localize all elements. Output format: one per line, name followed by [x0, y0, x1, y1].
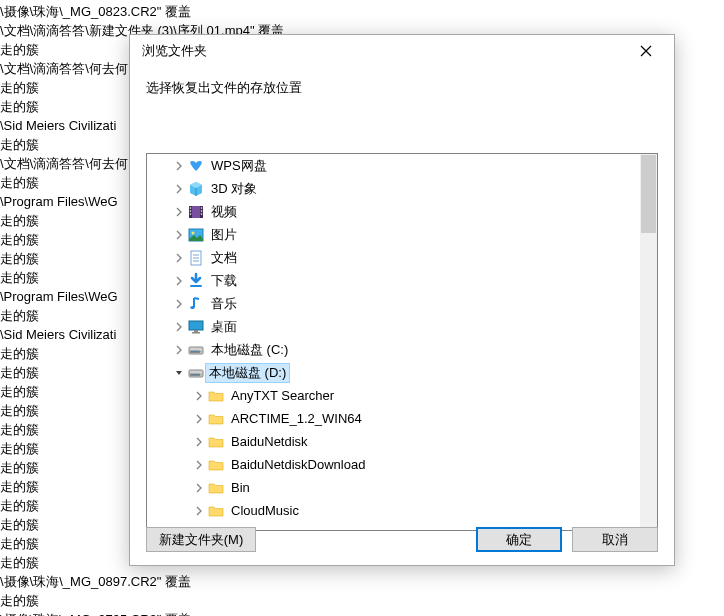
folder-icon — [207, 387, 225, 405]
cancel-button[interactable]: 取消 — [572, 527, 658, 552]
svg-point-4 — [190, 210, 192, 212]
svg-rect-16 — [189, 321, 203, 330]
wps-icon — [187, 157, 205, 175]
browse-folder-dialog: 浏览文件夹 选择恢复出文件的存放位置 WPS网盘3D 对象视频图片文档下载音乐桌… — [129, 34, 675, 566]
tree-item-wps-[interactable]: WPS网盘 — [147, 154, 642, 177]
tree-item-label: 文档 — [209, 248, 239, 268]
close-icon — [640, 45, 652, 57]
svg-rect-20 — [191, 351, 200, 353]
folder-icon — [207, 502, 225, 520]
tree-item-label: 视频 — [209, 202, 239, 222]
tree-scrollbar[interactable] — [640, 154, 657, 530]
dialog-instruction: 选择恢复出文件的存放位置 — [130, 67, 674, 105]
chevron-right-icon[interactable] — [171, 296, 187, 312]
tree-item-label: BaiduNetdiskDownload — [229, 456, 367, 473]
chevron-right-icon[interactable] — [171, 273, 187, 289]
disk-icon — [187, 341, 205, 359]
down-icon — [187, 272, 205, 290]
chevron-down-icon[interactable] — [171, 365, 187, 381]
svg-point-7 — [201, 210, 203, 212]
desk-icon — [187, 318, 205, 336]
tree-item-anytxt-searcher[interactable]: AnyTXT Searcher — [147, 384, 642, 407]
pic-icon — [187, 226, 205, 244]
chevron-right-icon[interactable] — [191, 411, 207, 427]
video-icon — [187, 203, 205, 221]
dialog-button-row: 新建文件夹(M) 确定 取消 — [146, 527, 658, 553]
tree-item-label: 下载 — [209, 271, 239, 291]
tree-item--[interactable]: 音乐 — [147, 292, 642, 315]
log-line: \摄像\珠海\_MG_0823.CR2" 覆盖 — [0, 2, 724, 21]
scrollbar-thumb[interactable] — [641, 155, 656, 233]
log-line: \摄像\珠海\_MG_0897.CR2" 覆盖 — [0, 572, 724, 591]
tree-item-label: BaiduNetdisk — [229, 433, 310, 450]
folder-icon — [207, 456, 225, 474]
svg-point-24 — [200, 374, 201, 375]
dialog-titlebar: 浏览文件夹 — [130, 35, 674, 67]
ok-button[interactable]: 确定 — [476, 527, 562, 552]
disk-icon — [187, 364, 205, 382]
tree-item-label: CloudMusic — [229, 502, 301, 519]
svg-point-15 — [190, 305, 194, 308]
chevron-right-icon[interactable] — [171, 250, 187, 266]
folder-icon — [207, 410, 225, 428]
tree-item--[interactable]: 图片 — [147, 223, 642, 246]
folder-icon — [207, 433, 225, 451]
tree-item-label: 本地磁盘 (D:) — [205, 363, 290, 383]
svg-point-10 — [192, 231, 195, 234]
chevron-right-icon[interactable] — [191, 388, 207, 404]
tree-item--[interactable]: 桌面 — [147, 315, 642, 338]
tree-item-baidunetdisk[interactable]: BaiduNetdisk — [147, 430, 642, 453]
chevron-right-icon[interactable] — [171, 342, 187, 358]
tree-item-label: ARCTIME_1.2_WIN64 — [229, 410, 364, 427]
tree-item--[interactable]: 下载 — [147, 269, 642, 292]
chevron-right-icon[interactable] — [171, 319, 187, 335]
svg-point-8 — [201, 213, 203, 215]
tree-item--d-[interactable]: 本地磁盘 (D:) — [147, 361, 642, 384]
tree-item-baidunetdiskdownload[interactable]: BaiduNetdiskDownload — [147, 453, 642, 476]
tree-item-bin[interactable]: Bin — [147, 476, 642, 499]
tree-item-label: WPS网盘 — [209, 156, 269, 176]
tree-item-label: 桌面 — [209, 317, 239, 337]
tree-item-label: 3D 对象 — [209, 179, 259, 199]
chevron-right-icon[interactable] — [191, 457, 207, 473]
svg-rect-17 — [194, 330, 198, 332]
tree-item--[interactable]: 文档 — [147, 246, 642, 269]
chevron-right-icon[interactable] — [171, 158, 187, 174]
chevron-right-icon[interactable] — [191, 480, 207, 496]
tree-item-label: AnyTXT Searcher — [229, 387, 336, 404]
tree-item-label: 音乐 — [209, 294, 239, 314]
new-folder-button[interactable]: 新建文件夹(M) — [146, 527, 256, 552]
chevron-right-icon[interactable] — [171, 204, 187, 220]
tree-item-cloudmusic[interactable]: CloudMusic — [147, 499, 642, 522]
svg-point-5 — [190, 213, 192, 215]
tree-item-label: 图片 — [209, 225, 239, 245]
cube-icon — [187, 180, 205, 198]
doc-icon — [187, 249, 205, 267]
music-icon — [187, 295, 205, 313]
svg-point-3 — [190, 207, 192, 209]
svg-point-21 — [200, 351, 201, 352]
folder-icon — [207, 479, 225, 497]
svg-point-6 — [201, 207, 203, 209]
tree-item-arctime-1-2-win64[interactable]: ARCTIME_1.2_WIN64 — [147, 407, 642, 430]
chevron-right-icon[interactable] — [171, 181, 187, 197]
log-line: 走的簇 — [0, 591, 724, 610]
tree-item--[interactable]: 视频 — [147, 200, 642, 223]
log-line: \摄像\珠海\_MG_0795.CR2" 覆盖 — [0, 610, 724, 616]
dialog-title: 浏览文件夹 — [142, 42, 626, 60]
svg-rect-23 — [191, 374, 200, 376]
tree-item-label: 本地磁盘 (C:) — [209, 340, 290, 360]
chevron-right-icon[interactable] — [191, 434, 207, 450]
chevron-right-icon[interactable] — [171, 227, 187, 243]
tree-item-3d-[interactable]: 3D 对象 — [147, 177, 642, 200]
tree-item--c-[interactable]: 本地磁盘 (C:) — [147, 338, 642, 361]
chevron-right-icon[interactable] — [191, 503, 207, 519]
close-button[interactable] — [626, 37, 666, 65]
tree-item-label: Bin — [229, 479, 252, 496]
folder-tree: WPS网盘3D 对象视频图片文档下载音乐桌面本地磁盘 (C:)本地磁盘 (D:)… — [146, 153, 658, 531]
svg-rect-18 — [192, 332, 200, 334]
